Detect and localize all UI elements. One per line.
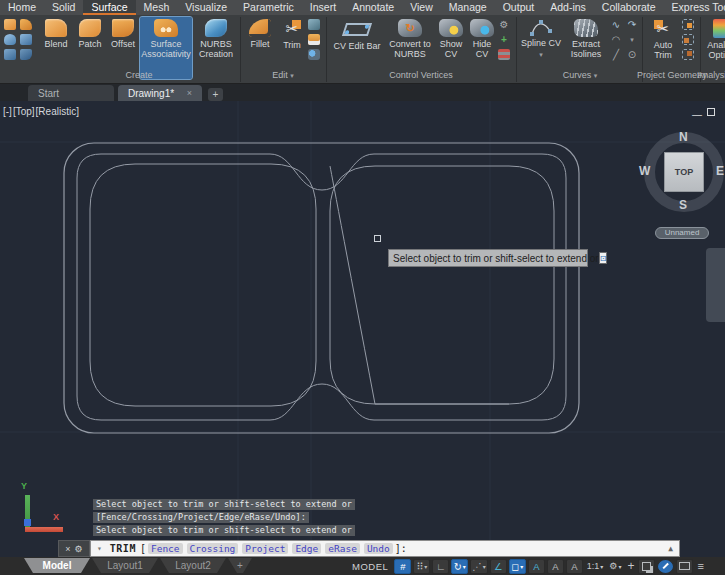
spline-cv-dropdown-icon[interactable]: ▾: [539, 50, 543, 60]
customization-menu-button[interactable]: ≡: [695, 560, 705, 572]
tab-output[interactable]: Output: [495, 0, 543, 15]
object-snap-tracking-toggle[interactable]: ∠: [490, 559, 507, 574]
command-options-caret-icon[interactable]: ▾: [97, 544, 102, 553]
tab-home[interactable]: Home: [0, 0, 44, 15]
circle-icon[interactable]: ⊙: [626, 49, 638, 60]
ucs-x-axis[interactable]: [25, 527, 63, 532]
grid-display-toggle[interactable]: #: [394, 559, 411, 574]
named-view-pill[interactable]: Unnamed: [655, 227, 709, 239]
blend-curve-icon[interactable]: ∿: [610, 19, 622, 30]
tab-collaborate[interactable]: Collaborate: [594, 0, 664, 15]
nurbs-creation-button[interactable]: NURBS Creation: [194, 17, 238, 59]
viewport-menu-control[interactable]: [-]: [3, 106, 12, 117]
stub-revolve-icon[interactable]: [4, 34, 16, 45]
extract-isolines-button[interactable]: Extract Isolines: [564, 17, 608, 59]
osnap-dropdown-icon[interactable]: ▾: [520, 563, 523, 570]
project-curve-icon[interactable]: ↷: [626, 19, 638, 30]
tab-add-ins[interactable]: Add-ins: [542, 0, 594, 15]
extend-icon[interactable]: [308, 19, 320, 30]
isometric-drafting-toggle[interactable]: ⋰▾: [470, 559, 488, 574]
panel-label-curves[interactable]: Curves ▾: [563, 70, 598, 80]
tab-insert[interactable]: Insert: [302, 0, 344, 15]
snap-dropdown-icon[interactable]: ▾: [424, 563, 427, 570]
annotation-visibility-toggle[interactable]: A: [528, 559, 545, 574]
sink-outer-edge-polyline[interactable]: [64, 143, 579, 433]
annotation-scale-button[interactable]: A: [566, 559, 583, 574]
layout1-tab[interactable]: Layout1: [92, 558, 158, 573]
project-to-view-icon[interactable]: [682, 34, 694, 45]
tab-annotate[interactable]: Annotate: [344, 0, 402, 15]
model-tab[interactable]: Model: [24, 558, 90, 573]
keyword-undo[interactable]: Undo: [364, 543, 393, 554]
close-command-line-icon[interactable]: ×: [65, 544, 70, 554]
arc-icon[interactable]: ◠: [610, 34, 622, 45]
stub-loft-icon[interactable]: [20, 49, 32, 60]
right-basin-polyline[interactable]: [330, 166, 554, 404]
add-cv-icon[interactable]: +: [498, 34, 510, 45]
analysis-options-button[interactable]: Analysis Options: [704, 17, 725, 60]
auto-trim-button[interactable]: ✂ Auto Trim: [646, 17, 680, 60]
command-input[interactable]: ▾ TRIM [ Fence Crossing Project Edge eRa…: [90, 540, 680, 557]
object-snap-toggle[interactable]: ◻▾: [509, 559, 526, 574]
viewcube-east[interactable]: E: [716, 164, 724, 178]
keyword-erase[interactable]: eRase: [325, 543, 360, 554]
polar-dropdown-icon[interactable]: ▾: [463, 563, 466, 570]
viewport-view-control[interactable]: [Top]: [13, 106, 35, 117]
viewcube-top-face[interactable]: TOP: [664, 152, 704, 192]
scale-dropdown-icon[interactable]: ▾: [600, 563, 603, 570]
workspace-switching-button[interactable]: ⚙▾: [607, 561, 623, 571]
tab-parametric[interactable]: Parametric: [235, 0, 302, 15]
new-layout-button[interactable]: +: [228, 558, 252, 573]
viewcube-west[interactable]: W: [639, 164, 650, 178]
customize-wrench-icon[interactable]: ⚙: [75, 544, 83, 554]
tab-surface[interactable]: Surface: [83, 0, 135, 15]
annotation-scale-value[interactable]: 1:1▾: [585, 561, 606, 571]
sculpt-icon[interactable]: [308, 49, 320, 60]
workspace-dropdown-icon[interactable]: ▾: [618, 563, 621, 570]
cv-edit-bar-button[interactable]: CV Edit Bar: [330, 17, 384, 51]
close-drawing-tab-icon[interactable]: ×: [187, 88, 192, 98]
keyword-project[interactable]: Project: [242, 543, 288, 554]
ortho-mode-toggle[interactable]: ∟: [432, 559, 449, 574]
stub-extrude-icon[interactable]: [20, 34, 32, 45]
untrim-icon[interactable]: [308, 34, 320, 45]
hide-cv-button[interactable]: Hide CV: [468, 17, 496, 59]
isometric-dropdown-icon[interactable]: ▾: [483, 563, 486, 570]
tab-mesh[interactable]: Mesh: [136, 0, 178, 15]
polar-tracking-toggle[interactable]: ↻▾: [451, 559, 468, 574]
project-to-2-points-icon[interactable]: [682, 49, 694, 60]
sink-rim-polyline[interactable]: [77, 154, 566, 420]
tab-manage[interactable]: Manage: [441, 0, 495, 15]
stub-surface-icon[interactable]: [4, 19, 16, 30]
trim-button[interactable]: ✂ Trim: [278, 17, 306, 50]
tab-visualize[interactable]: Visualize: [177, 0, 235, 15]
left-basin-polyline[interactable]: [90, 164, 316, 406]
drawing-canvas[interactable]: [-][Top][Realistic] — TOP N S W E Unname…: [0, 101, 725, 557]
stub-sweep-icon[interactable]: [4, 49, 16, 60]
offset-button[interactable]: Offset: [107, 17, 139, 49]
command-history-expand-icon[interactable]: ▲: [668, 544, 673, 553]
annotation-monitor-button[interactable]: +: [625, 559, 636, 573]
spline-cv-button[interactable]: Spline CV ▾: [520, 17, 562, 60]
file-tab-drawing1[interactable]: Drawing1* ×: [118, 85, 202, 101]
rebuild-icon[interactable]: ⚙: [498, 19, 510, 30]
tab-express-tools[interactable]: Express Tools: [664, 0, 725, 15]
model-space-indicator[interactable]: MODEL: [352, 561, 388, 572]
fillet-button[interactable]: Fillet: [244, 17, 276, 49]
show-cv-button[interactable]: Show CV: [436, 17, 466, 59]
keyword-edge[interactable]: Edge: [292, 543, 321, 554]
panel-label-control-vertices[interactable]: Control Vertices: [389, 70, 453, 80]
viewcube-north[interactable]: N: [679, 130, 688, 144]
navigation-bar-partial[interactable]: [706, 248, 725, 322]
command-dock-handle[interactable]: × ⚙: [58, 540, 90, 557]
annotation-autoscale-toggle[interactable]: A: [547, 559, 564, 574]
viewport-visual-style-control[interactable]: [Realistic]: [36, 106, 79, 117]
keyword-fence[interactable]: Fence: [148, 543, 183, 554]
arc-dropdown-icon[interactable]: ▾: [626, 34, 638, 45]
drawing-restore-icon[interactable]: [707, 108, 715, 116]
blend-button[interactable]: Blend: [40, 17, 72, 49]
layout2-tab[interactable]: Layout2: [160, 558, 226, 573]
stub-planar-icon[interactable]: [20, 19, 32, 30]
project-to-ucs-icon[interactable]: [682, 19, 694, 30]
viewcube-south[interactable]: S: [679, 198, 687, 212]
